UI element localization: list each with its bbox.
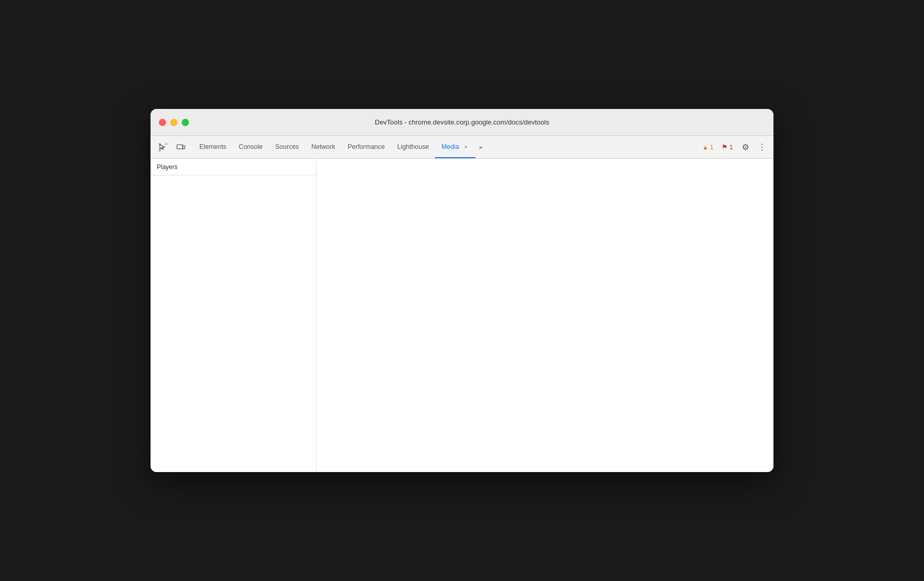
media-detail-panel bbox=[317, 159, 773, 472]
tab-network[interactable]: Network bbox=[305, 136, 342, 158]
device-toggle-button[interactable] bbox=[172, 139, 189, 156]
main-content-area: Players bbox=[151, 159, 773, 472]
responsive-icon bbox=[176, 143, 185, 152]
warning-count: 1 bbox=[710, 144, 714, 151]
traffic-lights bbox=[159, 119, 189, 126]
maximize-button[interactable] bbox=[182, 119, 189, 126]
close-button[interactable] bbox=[159, 119, 166, 126]
warning-triangle-icon: ▲ bbox=[702, 144, 709, 151]
devtools-window: DevTools - chrome.devsite.corp.google.co… bbox=[151, 109, 773, 472]
sidebar-header: Players bbox=[151, 159, 316, 175]
players-sidebar: Players bbox=[151, 159, 317, 472]
vertical-dots-icon: ⋮ bbox=[758, 142, 766, 152]
tab-bar: Elements Console Sources Network Perform… bbox=[193, 136, 699, 158]
titlebar: DevTools - chrome.devsite.corp.google.co… bbox=[151, 109, 773, 136]
more-tabs-button[interactable]: » bbox=[475, 136, 485, 158]
tab-lighthouse[interactable]: Lighthouse bbox=[391, 136, 435, 158]
tab-media-close[interactable]: × bbox=[462, 143, 469, 150]
tab-media[interactable]: Media × bbox=[435, 136, 475, 158]
minimize-button[interactable] bbox=[170, 119, 178, 126]
players-list bbox=[151, 175, 316, 472]
flag-icon: ⚑ bbox=[722, 143, 728, 151]
chevron-right-icon: » bbox=[479, 143, 482, 151]
warning-badge[interactable]: ▲ 1 bbox=[699, 143, 717, 152]
tab-elements[interactable]: Elements bbox=[193, 136, 233, 158]
tab-sources[interactable]: Sources bbox=[269, 136, 305, 158]
inspect-element-button[interactable] bbox=[155, 139, 171, 156]
players-label: Players bbox=[157, 163, 178, 171]
svg-rect-1 bbox=[166, 143, 167, 145]
toolbar-icon-group bbox=[155, 139, 189, 156]
error-badge[interactable]: ⚑ 1 bbox=[718, 142, 736, 152]
svg-rect-3 bbox=[177, 145, 183, 149]
settings-button[interactable]: ⚙ bbox=[738, 140, 753, 155]
toolbar-right: ▲ 1 ⚑ 1 ⚙ ⋮ bbox=[699, 140, 769, 155]
more-options-button[interactable]: ⋮ bbox=[755, 140, 769, 155]
window-title: DevTools - chrome.devsite.corp.google.co… bbox=[375, 118, 549, 126]
tab-console[interactable]: Console bbox=[233, 136, 269, 158]
tab-performance[interactable]: Performance bbox=[342, 136, 391, 158]
cursor-icon bbox=[158, 143, 168, 152]
svg-rect-2 bbox=[159, 150, 160, 151]
error-count: 1 bbox=[729, 144, 733, 151]
gear-icon: ⚙ bbox=[742, 142, 749, 152]
svg-rect-4 bbox=[183, 146, 185, 149]
toolbar: Elements Console Sources Network Perform… bbox=[151, 136, 773, 159]
